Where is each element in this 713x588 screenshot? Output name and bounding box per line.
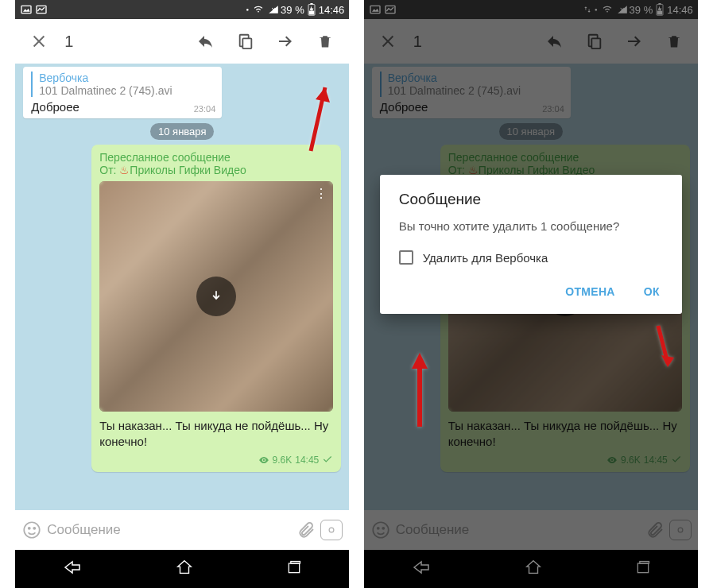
message-meta: 9.6K 14:45	[99, 454, 333, 467]
dialog-checkbox-row[interactable]: Удалить для Вербочка	[399, 250, 663, 265]
message-time: 14:45	[295, 455, 319, 466]
battery-icon	[308, 3, 316, 16]
message-caption: Ты наказан... Ты никуда не пойдёшь... Ну…	[99, 418, 333, 451]
svg-rect-6	[310, 3, 312, 5]
chart-icon	[35, 3, 48, 16]
cancel-button[interactable]: ОТМЕНА	[562, 277, 618, 306]
checkbox-label: Удалить для Вербочка	[423, 251, 548, 265]
forwarded-message[interactable]: Пересланное сообщение От: ♨Приколы Гифки…	[91, 145, 341, 472]
status-bar: ● x × 39 % 14:46	[15, 0, 349, 19]
picture-icon	[20, 3, 33, 16]
dialog-body: Вы точно хотите удалить 1 сообщение?	[399, 218, 663, 234]
views-count: 9.6K	[273, 455, 293, 466]
delete-dialog: Сообщение Вы точно хотите удалить 1 сооб…	[380, 175, 682, 314]
svg-point-14	[33, 528, 35, 529]
download-button[interactable]	[196, 277, 236, 316]
date-badge: 10 января	[150, 123, 214, 140]
nav-bar	[15, 550, 349, 588]
action-toolbar: 1	[15, 19, 349, 64]
svg-rect-19	[291, 562, 300, 564]
message-reply[interactable]: Вербочка 101 Dalmatinec 2 (745).avi Добр…	[23, 67, 222, 118]
clock-text: 14:46	[319, 4, 345, 16]
emoji-button[interactable]	[21, 520, 42, 540]
attach-button[interactable]	[296, 520, 316, 540]
dialog-title: Сообщение	[399, 191, 663, 208]
nav-back-button[interactable]	[61, 558, 83, 580]
message-input[interactable]: Сообщение	[47, 522, 292, 538]
svg-point-15	[329, 528, 334, 532]
svg-marker-1	[23, 9, 30, 12]
camera-button[interactable]	[320, 520, 343, 540]
selection-count: 1	[64, 33, 73, 51]
reply-text: Доброее	[31, 100, 214, 114]
svg-rect-18	[289, 563, 300, 573]
wifi-icon	[252, 4, 265, 15]
svg-rect-11	[243, 38, 252, 48]
input-bar: Сообщение	[15, 510, 349, 550]
forward-button[interactable]	[268, 24, 303, 59]
chat-area[interactable]: Вербочка 101 Dalmatinec 2 (745).avi Добр…	[15, 64, 349, 510]
reply-filename: 101 Dalmatinec 2 (745).avi	[39, 84, 214, 97]
svg-rect-0	[21, 6, 31, 13]
copy-button[interactable]	[228, 24, 263, 59]
wifi-dot-icon: ●	[246, 7, 250, 12]
forwarded-label: Пересланное сообщение	[99, 151, 333, 164]
signal-x-icon: ×	[271, 6, 276, 14]
svg-point-12	[25, 522, 41, 538]
reply-button[interactable]	[188, 24, 223, 59]
forwarded-from: От: ♨Приколы Гифки Видео	[99, 164, 333, 176]
ok-button[interactable]: ОК	[641, 277, 663, 306]
nav-recent-button[interactable]	[285, 559, 303, 578]
reply-sender: Вербочка	[39, 72, 214, 84]
delete-button[interactable]	[308, 24, 343, 59]
video-thumbnail[interactable]: ⋮	[99, 181, 333, 412]
phone-left: ● x × 39 % 14:46 1 Вербочка 101 Dalmatin…	[15, 0, 349, 588]
phone-right: ● × 39 % 14:46 1 Вербочка 101 Dalmatinec…	[364, 0, 698, 588]
close-button[interactable]	[21, 24, 56, 59]
checkmark-icon	[322, 454, 333, 467]
nav-home-button[interactable]	[176, 559, 193, 579]
svg-point-13	[29, 528, 30, 529]
svg-marker-17	[178, 561, 192, 574]
media-menu-icon[interactable]: ⋮	[315, 186, 327, 201]
checkbox[interactable]	[399, 250, 413, 265]
reply-time: 23:04	[194, 104, 216, 114]
views-icon	[258, 455, 269, 466]
battery-percent: 39 %	[281, 4, 304, 16]
svg-marker-16	[65, 562, 79, 573]
